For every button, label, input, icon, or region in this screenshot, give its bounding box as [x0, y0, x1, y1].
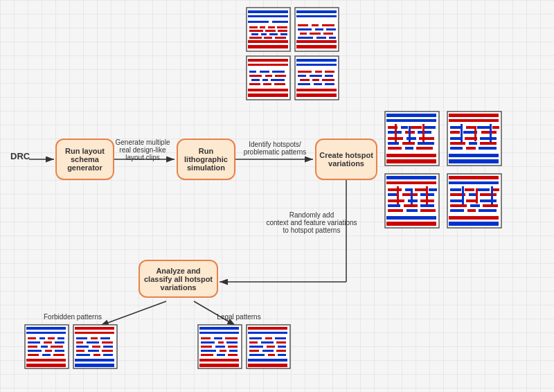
svg-rect-249 — [267, 346, 275, 348]
svg-rect-18 — [277, 26, 287, 28]
svg-rect-82 — [386, 119, 436, 122]
svg-rect-153 — [449, 176, 499, 179]
svg-rect-209 — [92, 346, 100, 348]
svg-rect-189 — [41, 346, 48, 348]
svg-line-5 — [100, 301, 166, 326]
svg-rect-42 — [323, 33, 333, 35]
svg-rect-87 — [411, 126, 422, 129]
svg-rect-19 — [249, 30, 263, 32]
svg-rect-44 — [316, 37, 326, 39]
svg-rect-40 — [300, 33, 307, 35]
identify-hotspots-label: Identify hotspots/problematic patterns — [238, 141, 312, 156]
svg-rect-250 — [278, 346, 286, 348]
svg-rect-78 — [314, 83, 322, 85]
svg-rect-213 — [102, 350, 113, 352]
svg-rect-147 — [404, 204, 418, 207]
svg-rect-150 — [406, 209, 418, 212]
svg-rect-110 — [466, 126, 474, 129]
svg-rect-26 — [249, 37, 262, 39]
svg-rect-169 — [480, 199, 497, 202]
svg-rect-236 — [228, 354, 238, 356]
svg-rect-65 — [296, 64, 337, 66]
svg-rect-105 — [449, 114, 499, 117]
svg-rect-182 — [39, 337, 45, 339]
svg-rect-185 — [28, 341, 40, 344]
svg-rect-168 — [466, 199, 477, 202]
svg-rect-71 — [298, 75, 306, 77]
svg-rect-125 — [450, 147, 463, 150]
svg-rect-12 — [272, 21, 288, 23]
svg-rect-239 — [248, 332, 287, 334]
svg-rect-10 — [248, 15, 288, 17]
forbidden-chip-1 — [24, 324, 69, 369]
forbidden-patterns-label: Forbidden patterns — [38, 313, 107, 321]
svg-rect-60 — [249, 83, 260, 85]
svg-rect-173 — [450, 209, 464, 212]
svg-rect-158 — [465, 188, 474, 191]
svg-rect-103 — [416, 147, 433, 150]
svg-rect-146 — [388, 204, 400, 207]
svg-rect-32 — [296, 45, 337, 48]
svg-rect-145 — [420, 199, 434, 202]
svg-rect-160 — [492, 188, 499, 191]
svg-rect-191 — [28, 350, 42, 352]
svg-rect-36 — [322, 24, 334, 26]
svg-rect-100 — [418, 142, 434, 145]
svg-rect-20 — [265, 30, 276, 32]
svg-rect-64 — [296, 59, 337, 62]
chip-right-top-2 — [447, 111, 502, 166]
svg-rect-207 — [102, 341, 113, 344]
svg-rect-159 — [477, 188, 490, 191]
svg-rect-112 — [492, 126, 499, 129]
svg-rect-131 — [386, 222, 436, 226]
svg-rect-140 — [397, 186, 399, 207]
svg-rect-218 — [199, 327, 239, 330]
analyze-classify-label: Analyze and classify all hotspot variati… — [143, 267, 214, 292]
litho-simulation-label: Run lithographic simulation — [181, 147, 231, 172]
svg-rect-157 — [450, 188, 461, 191]
svg-rect-37 — [298, 28, 312, 30]
svg-rect-63 — [295, 56, 339, 100]
create-hotspot-label: Create hotspot variations — [319, 151, 373, 168]
svg-rect-144 — [408, 199, 418, 202]
svg-rect-208 — [76, 346, 89, 348]
chip-right-bottom-1 — [384, 173, 440, 229]
svg-rect-25 — [280, 33, 287, 35]
svg-rect-188 — [28, 346, 37, 348]
svg-rect-14 — [248, 40, 288, 43]
svg-rect-240 — [248, 364, 287, 367]
svg-rect-203 — [91, 337, 98, 339]
svg-rect-43 — [298, 37, 313, 39]
svg-rect-127 — [479, 147, 497, 150]
drc-label: DRC — [10, 151, 30, 161]
legal-patterns-label: Legal patterns — [208, 313, 270, 321]
svg-rect-77 — [298, 83, 310, 85]
svg-rect-46 — [247, 56, 290, 100]
svg-rect-67 — [296, 89, 337, 91]
svg-rect-130 — [386, 181, 436, 184]
svg-rect-76 — [322, 79, 334, 81]
svg-rect-199 — [75, 332, 114, 334]
svg-rect-238 — [248, 327, 287, 330]
svg-rect-69 — [315, 71, 322, 73]
svg-rect-234 — [201, 354, 213, 356]
svg-rect-35 — [312, 24, 319, 26]
svg-rect-132 — [386, 216, 436, 220]
svg-rect-223 — [214, 337, 222, 339]
svg-rect-175 — [479, 209, 497, 212]
generate-multiple-label: Generate multiplereal design-likelayout … — [112, 139, 173, 161]
randomly-add-label: Randomly addcontext and feature variatio… — [263, 211, 360, 234]
svg-rect-219 — [199, 332, 239, 334]
svg-rect-252 — [262, 350, 274, 352]
svg-rect-59 — [271, 79, 285, 81]
svg-rect-55 — [265, 75, 272, 77]
svg-rect-58 — [262, 79, 268, 81]
svg-rect-206 — [87, 341, 99, 344]
svg-rect-113 — [450, 131, 460, 134]
svg-rect-107 — [449, 159, 499, 163]
svg-rect-205 — [76, 341, 83, 344]
svg-rect-120 — [465, 137, 477, 140]
svg-rect-212 — [88, 350, 99, 352]
svg-rect-121 — [480, 137, 497, 140]
svg-rect-210 — [103, 346, 113, 348]
